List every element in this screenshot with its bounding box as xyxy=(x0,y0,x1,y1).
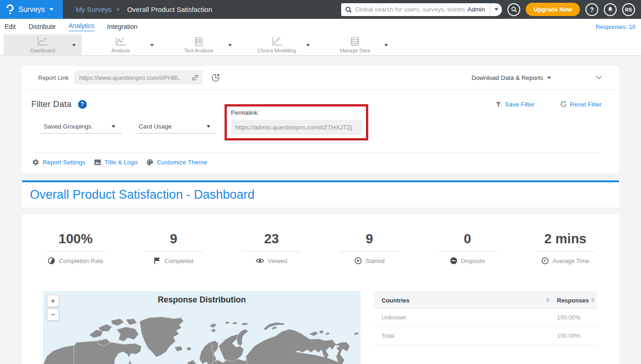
image-icon xyxy=(94,159,101,166)
clock-icon xyxy=(541,257,549,264)
permalink-input[interactable]: https://admin.questionpro.com/t/ZTHXJTZj xyxy=(231,120,363,135)
funnel-icon xyxy=(495,101,501,107)
chevron-down-icon[interactable] xyxy=(306,44,310,46)
report-settings-link[interactable]: Report Settings xyxy=(32,159,85,166)
stats-row: 100% Completion Rate 9 Completed xyxy=(22,230,619,264)
search-scope-dropdown[interactable] xyxy=(490,3,502,16)
survey-menu: Edit Distribute Analytics Integration Re… xyxy=(0,19,641,34)
database-icon xyxy=(349,37,360,46)
chevron-down-icon[interactable] xyxy=(150,44,154,46)
analytics-toolbar: Dashboard Analysis Text Analysis xyxy=(0,34,641,56)
eye-icon xyxy=(256,258,264,264)
help-button[interactable]: ? xyxy=(585,3,598,16)
scatter-chart-icon xyxy=(271,37,283,46)
permalink-label: Permalink: xyxy=(231,109,363,116)
upgrade-now-button[interactable]: Upgrade Now xyxy=(526,3,580,16)
topbar: Surveys My Surveys > Overall Product Sat… xyxy=(0,0,641,19)
toolbar-manage-data[interactable]: Manage Data xyxy=(316,34,394,55)
bell-icon xyxy=(607,6,613,13)
breadcrumb-my-surveys[interactable]: My Surveys xyxy=(76,6,112,13)
product-switcher[interactable]: Surveys xyxy=(0,0,63,19)
help-icon[interactable]: ? xyxy=(78,100,87,109)
stat-completion-rate: 100% Completion Rate xyxy=(27,230,124,264)
stat-viewed: 23 Viewed xyxy=(223,230,320,264)
chevron-down-icon[interactable] xyxy=(228,44,232,46)
stat-average-time: 2 mins Average Time xyxy=(517,230,614,264)
gear-icon xyxy=(32,159,39,166)
map-title: Response Distribution xyxy=(43,291,360,305)
reset-filter-button[interactable]: Reset Filter xyxy=(560,101,602,108)
filter-data-heading: Filter Data xyxy=(31,99,72,109)
dashboard-panel: 100% Completion Rate 9 Completed xyxy=(22,214,619,364)
search-icon xyxy=(511,6,517,12)
questionpro-logo-icon xyxy=(6,4,14,15)
global-search: Admin xyxy=(341,3,502,16)
response-distribution-map[interactable]: Response Distribution + − xyxy=(43,291,360,364)
global-search-input[interactable] xyxy=(355,6,466,13)
sort-icon[interactable] xyxy=(546,298,550,302)
stat-started: 9 Started xyxy=(320,230,418,264)
chevron-down-icon xyxy=(49,8,54,11)
toolbar-analysis[interactable]: Analysis xyxy=(82,34,160,55)
countries-column-header[interactable]: Countries xyxy=(382,297,546,304)
countries-table: Countries Responses Unknown 100.00% Tota… xyxy=(374,292,597,364)
product-name: Surveys xyxy=(18,6,45,14)
chevron-down-icon xyxy=(207,125,210,128)
stat-dropouts: 0 Dropouts xyxy=(418,230,516,264)
report-link-input[interactable]: https://www.questionpro.com/t/PHBL xyxy=(74,71,202,84)
table-row: Total 100.00% xyxy=(374,327,597,345)
page-title: Overall Product Satisfaction - Dashboard xyxy=(22,188,254,202)
palette-icon xyxy=(146,159,153,166)
line-chart-icon xyxy=(37,37,49,46)
report-panel: Report Link https://www.questionpro.com/… xyxy=(22,66,619,173)
breadcrumb-separator: > xyxy=(116,6,120,13)
download-data-reports[interactable]: Download Data & Reports xyxy=(472,74,551,81)
search-button[interactable] xyxy=(507,3,520,16)
tab-integration[interactable]: Integration xyxy=(107,23,137,30)
map-zoom-in-button[interactable]: + xyxy=(47,295,59,307)
avatar[interactable]: RS xyxy=(622,3,635,16)
map-zoom-out-button[interactable]: − xyxy=(47,308,59,321)
saved-groupings-dropdown[interactable]: Saved Groupings xyxy=(40,121,122,134)
refresh-icon xyxy=(560,101,567,107)
customize-theme-link[interactable]: Customize Theme xyxy=(146,159,207,166)
line-chart-icon xyxy=(115,37,127,46)
document-icon xyxy=(193,37,204,46)
world-map xyxy=(43,308,360,364)
minus-circle-icon xyxy=(450,257,457,264)
table-row: Unknown 100.00% xyxy=(374,308,597,327)
chevron-down-icon xyxy=(547,77,551,79)
save-filter-button[interactable]: Save Filter xyxy=(495,101,534,108)
search-scope[interactable]: Admin xyxy=(466,6,490,13)
toolbar-text-analysis[interactable]: Text Analysis xyxy=(160,34,238,55)
permalink-annotation-box: Permalink: https://admin.questionpro.com… xyxy=(225,104,368,140)
chevron-down-icon[interactable] xyxy=(72,44,76,46)
tab-analytics[interactable]: Analytics xyxy=(68,22,94,31)
responses-column-header[interactable]: Responses xyxy=(557,297,589,304)
flag-icon xyxy=(154,257,161,264)
countries-table-header: Countries Responses xyxy=(374,292,597,308)
toolbar-choice-modelling[interactable]: Choice Modelling xyxy=(238,34,316,55)
breadcrumb: My Surveys > Overall Product Satisfactio… xyxy=(63,6,212,13)
collapse-chevron-icon[interactable] xyxy=(595,75,602,80)
contrast-icon xyxy=(48,257,55,264)
card-usage-dropdown[interactable]: Card Usage xyxy=(135,121,217,134)
notifications-button[interactable] xyxy=(604,3,617,16)
live-report-icon[interactable] xyxy=(211,73,220,83)
tab-distribute[interactable]: Distribute xyxy=(28,23,56,30)
toolbar-dashboard[interactable]: Dashboard xyxy=(4,34,82,55)
title-logo-link[interactable]: Title & Logo xyxy=(94,159,138,166)
dashboard-title-band: Overall Product Satisfaction - Dashboard xyxy=(22,182,619,207)
play-icon xyxy=(354,257,362,264)
report-link-label: Report Link xyxy=(38,74,68,81)
stat-completed: 9 Completed xyxy=(124,230,222,264)
chevron-down-icon xyxy=(112,125,115,128)
sort-icon[interactable] xyxy=(591,298,595,302)
responses-count[interactable]: Responses: 10 xyxy=(596,23,635,30)
breadcrumb-current: Overall Product Satisfaction xyxy=(127,6,212,13)
search-icon xyxy=(345,6,352,13)
chevron-down-icon[interactable] xyxy=(384,44,388,46)
tab-edit[interactable]: Edit xyxy=(5,23,16,30)
link-icon xyxy=(191,74,199,81)
